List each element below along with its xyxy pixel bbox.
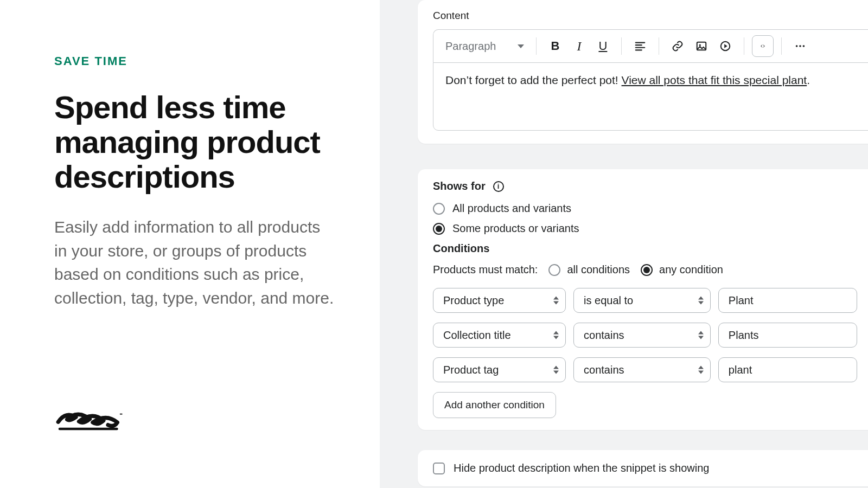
image-icon: [695, 40, 707, 52]
radio-some-products[interactable]: [433, 223, 445, 235]
block-style-value: Paragraph: [445, 40, 496, 53]
condition-row: Collection title contains Plants: [433, 323, 868, 348]
toolbar-separator: [621, 37, 622, 55]
align-left-icon: [634, 40, 646, 52]
toolbar-separator: [659, 37, 659, 55]
content-label: Content: [433, 10, 868, 22]
editor-text-after: .: [807, 74, 810, 86]
stepper-icon: [698, 331, 704, 339]
condition-value-text: Plants: [729, 329, 759, 342]
condition-value-input[interactable]: Plant: [718, 288, 857, 313]
condition-field-value: Collection title: [443, 329, 511, 342]
condition-field-value: Product type: [443, 294, 504, 307]
condition-operator-value: contains: [584, 364, 624, 376]
condition-field-select[interactable]: Product tag: [433, 357, 566, 382]
condition-field-value: Product tag: [443, 364, 499, 376]
condition-row: Product tag contains plant: [433, 357, 868, 382]
bold-button[interactable]: B: [544, 35, 566, 57]
video-button[interactable]: [714, 35, 736, 57]
block-style-select[interactable]: Paragraph: [441, 38, 528, 55]
stepper-icon: [553, 366, 559, 374]
hide-description-card: Hide product description when the snippe…: [418, 450, 868, 486]
underline-button[interactable]: U: [592, 35, 614, 57]
add-condition-button[interactable]: Add another condition: [433, 392, 556, 418]
link-button[interactable]: [667, 35, 688, 57]
align-button[interactable]: [629, 35, 651, 57]
condition-operator-value: contains: [584, 329, 624, 342]
code-icon: [760, 40, 765, 52]
play-circle-icon: [719, 40, 731, 52]
stepper-icon: [553, 331, 559, 339]
rich-text-editor[interactable]: Don’t forget to add the perfect pot! Vie…: [433, 62, 868, 131]
condition-row: Product type is equal to Plant: [433, 288, 868, 313]
stepper-icon: [698, 366, 704, 374]
radio-all-products[interactable]: [433, 203, 445, 215]
condition-value-input[interactable]: Plants: [718, 323, 857, 348]
editor-link[interactable]: View all pots that fit this special plan…: [622, 74, 807, 86]
stepper-icon: [553, 297, 559, 305]
svg-point-2: [699, 44, 701, 46]
radio-match-any-label: any condition: [659, 264, 723, 276]
shows-for-label: Shows for: [433, 180, 486, 192]
radio-all-products-label: All products and variants: [452, 202, 571, 215]
italic-button[interactable]: I: [568, 35, 590, 57]
content-editor-card: Content Paragraph B I U: [418, 0, 868, 144]
more-button[interactable]: [789, 35, 811, 57]
svg-rect-0: [120, 414, 123, 415]
condition-operator-select[interactable]: is equal to: [573, 288, 711, 313]
condition-operator-select[interactable]: contains: [573, 323, 711, 348]
radio-match-all-label: all conditions: [567, 264, 630, 276]
svg-point-4: [796, 45, 798, 47]
station-logo-icon: [54, 407, 130, 434]
condition-field-select[interactable]: Product type: [433, 288, 566, 313]
eyebrow: SAVE TIME: [54, 54, 336, 68]
toolbar-separator: [744, 37, 744, 55]
radio-some-products-label: Some products or variants: [452, 222, 579, 235]
condition-value-text: plant: [729, 364, 752, 376]
editor-toolbar: Paragraph B I U: [433, 29, 868, 62]
more-horizontal-icon: [794, 40, 806, 52]
svg-point-6: [803, 45, 805, 47]
toolbar-separator: [536, 37, 537, 55]
chevron-down-icon: [518, 44, 524, 48]
stepper-icon: [698, 297, 704, 305]
match-label: Products must match:: [433, 264, 538, 276]
radio-match-any[interactable]: [641, 264, 653, 276]
page-headline: Spend less time managing product descrip…: [54, 90, 336, 194]
brand-logo: [54, 407, 336, 434]
condition-field-select[interactable]: Collection title: [433, 323, 566, 348]
condition-operator-value: is equal to: [584, 294, 633, 307]
shows-for-card: Shows for i All products and variants So…: [418, 169, 868, 430]
code-view-button[interactable]: [752, 35, 774, 57]
hide-description-checkbox[interactable]: [433, 463, 445, 474]
editor-text: Don’t forget to add the perfect pot!: [445, 74, 622, 86]
page-subhead: Easily add information to all products i…: [54, 215, 336, 310]
hide-description-label: Hide product description when the snippe…: [454, 462, 709, 474]
radio-match-all[interactable]: [548, 264, 560, 276]
conditions-heading: Conditions: [433, 242, 868, 255]
link-icon: [672, 40, 684, 52]
svg-point-5: [800, 45, 802, 47]
condition-value-input[interactable]: plant: [718, 357, 857, 382]
image-button[interactable]: [691, 35, 712, 57]
condition-value-text: Plant: [729, 294, 754, 307]
info-icon[interactable]: i: [493, 181, 504, 192]
toolbar-separator: [781, 37, 782, 55]
condition-operator-select[interactable]: contains: [573, 357, 711, 382]
